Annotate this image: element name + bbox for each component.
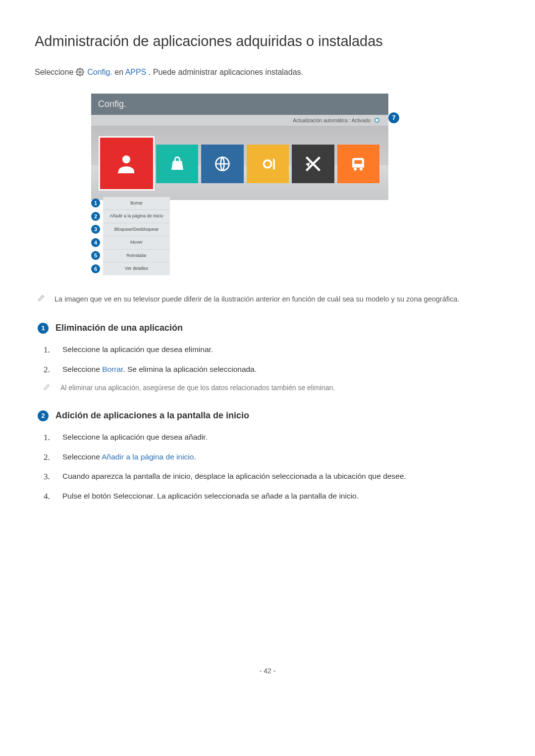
step-number: 1. — [44, 431, 53, 444]
menu-item-5: Reinstalar5 — [103, 249, 170, 262]
menu-item-1: Borrar1 — [103, 197, 170, 210]
step-text: Seleccione Borrar. Se elimina la aplicac… — [62, 363, 257, 376]
step-item: 4.Pulse el botón Seleccionar. La aplicac… — [44, 490, 500, 503]
callout-2: 2 — [91, 212, 100, 221]
step-item: 2.Seleccione Borrar. Se elimina la aplic… — [44, 363, 500, 376]
svg-point-4 — [354, 167, 357, 170]
step-text: Seleccione Añadir a la página de inicio. — [62, 451, 196, 464]
svg-point-5 — [360, 167, 363, 170]
svg-point-3 — [264, 160, 271, 167]
tv-auto-update-strip: Actualización automática : Activado — [91, 115, 388, 126]
step-note-text: Al eliminar una aplicación, asegúrese de… — [60, 383, 335, 393]
tv-illustration: Config. Actualización automática : Activ… — [91, 94, 388, 275]
svg-point-1 — [122, 155, 130, 163]
image-disclaimer: La imagen que ve en su televisor puede d… — [38, 294, 500, 305]
section-heading: 1Eliminación de una aplicación — [38, 321, 500, 335]
section-title: Eliminación de una aplicación — [55, 321, 183, 335]
menu-item-2: Añadir a la página de inicio2 — [103, 209, 170, 223]
step-number: 1. — [44, 344, 53, 356]
section-heading: 2Adición de aplicaciones a la pantalla d… — [38, 409, 500, 422]
gear-icon — [76, 68, 84, 80]
auto-update-toggle-icon — [374, 118, 379, 123]
step-note: Al eliminar una aplicación, asegúrese de… — [44, 383, 500, 393]
app-tile-6 — [337, 145, 379, 183]
app-tile-5 — [292, 145, 334, 183]
section-title: Adición de aplicaciones a la pantalla de… — [55, 409, 249, 422]
step-item: 3.Cuando aparezca la pantalla de inicio,… — [44, 470, 500, 483]
step-number: 2. — [44, 451, 53, 464]
step-number: 2. — [44, 363, 53, 376]
menu-item-6: Ver detalles6 — [103, 262, 170, 275]
config-link: Config. — [87, 68, 112, 76]
app-tile-2 — [156, 145, 198, 183]
page-title: Administración de aplicaciones adquirida… — [35, 31, 500, 52]
callout-1: 1 — [91, 199, 100, 207]
tv-header: Config. — [91, 94, 388, 115]
menu-item-4: Mover4 — [103, 236, 170, 249]
intro-prefix: Seleccione — [35, 68, 76, 76]
step-item: 1.Seleccione la aplicación que desea eli… — [44, 344, 500, 356]
step-item: 2.Seleccione Añadir a la página de inici… — [44, 451, 500, 464]
image-disclaimer-text: La imagen que ve en su televisor puede d… — [54, 294, 459, 305]
callout-4: 4 — [91, 238, 100, 247]
intro-text: Seleccione Config. en APPS . Puede admin… — [35, 66, 500, 80]
auto-update-label: Actualización automática : Activado — [293, 118, 371, 123]
step-text: Cuando aparezca la pantalla de inicio, d… — [62, 470, 406, 483]
svg-rect-6 — [355, 160, 362, 164]
app-tile-selected — [100, 138, 153, 189]
svg-point-0 — [79, 71, 81, 73]
step-number: 4. — [44, 490, 53, 503]
menu-item-3: Bloquear/Desbloquear3 — [103, 223, 170, 236]
intro-mid: en — [114, 68, 125, 76]
step-number: 3. — [44, 470, 53, 483]
pencil-icon — [38, 294, 46, 305]
app-tile-4 — [247, 145, 289, 183]
app-tile-3 — [201, 145, 243, 183]
step-text: Seleccione la aplicación que desea añadi… — [62, 431, 208, 444]
callout-7: 7 — [388, 112, 399, 123]
callout-5: 5 — [91, 251, 100, 260]
pencil-icon — [44, 383, 52, 393]
page-number: - 42 - — [35, 666, 500, 676]
callout-6: 6 — [91, 264, 100, 273]
step-list: 1.Seleccione la aplicación que desea eli… — [44, 344, 500, 376]
step-item: 1.Seleccione la aplicación que desea aña… — [44, 431, 500, 444]
callout-3: 3 — [91, 225, 100, 234]
intro-suffix: . Puede administrar aplicaciones instala… — [149, 68, 303, 76]
section-badge: 1 — [38, 323, 49, 334]
step-text: Seleccione la aplicación que desea elimi… — [62, 344, 213, 356]
apps-link: APPS — [125, 68, 147, 76]
step-list: 1.Seleccione la aplicación que desea aña… — [44, 431, 500, 503]
section-badge: 2 — [38, 410, 49, 421]
context-menu: Borrar1Añadir a la página de inicio2Bloq… — [103, 197, 170, 275]
step-text: Pulse el botón Seleccionar. La aplicació… — [62, 490, 359, 503]
